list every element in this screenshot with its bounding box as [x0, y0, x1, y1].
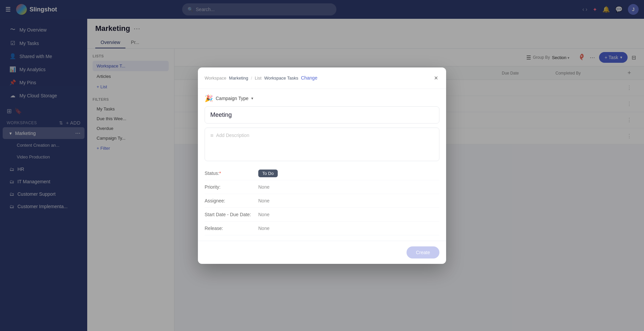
- modal-fields: Status:* To Do Priority: None Assignee: …: [205, 167, 439, 235]
- campaign-emoji-icon: 🎉: [205, 94, 213, 102]
- change-list-button[interactable]: Change: [301, 75, 317, 81]
- field-row-release: Release: None: [205, 222, 439, 235]
- field-row-status: Status:* To Do: [205, 167, 439, 180]
- required-indicator: *: [219, 171, 221, 176]
- create-button[interactable]: Create: [407, 246, 439, 258]
- status-badge[interactable]: To Do: [258, 170, 278, 177]
- field-row-dates: Start Date - Due Date: None: [205, 208, 439, 222]
- breadcrumb-list-label: List: [255, 76, 262, 81]
- field-label-assignee: Assignee:: [205, 198, 258, 203]
- field-value-dates[interactable]: None: [258, 212, 269, 217]
- modal-body: 🎉 Campaign Type ▾ ≡ Add Description Stat…: [198, 89, 446, 241]
- field-label-release: Release:: [205, 226, 258, 231]
- field-value-release[interactable]: None: [258, 226, 269, 231]
- breadcrumb-workspace-name: Marketing: [229, 76, 248, 81]
- description-icon: ≡: [210, 133, 213, 139]
- task-name-input[interactable]: [205, 106, 439, 124]
- field-row-assignee: Assignee: None: [205, 194, 439, 208]
- modal-header: Workspace Marketing / List Workspace Tas…: [198, 67, 446, 89]
- modal-overlay[interactable]: Workspace Marketing / List Workspace Tas…: [0, 0, 644, 331]
- breadcrumb-list-name: Workspace Tasks: [264, 76, 298, 81]
- campaign-dropdown-icon: ▾: [251, 96, 253, 101]
- description-placeholder: Add Description: [216, 133, 249, 138]
- breadcrumb-separator: /: [251, 76, 252, 81]
- field-label-status: Status:*: [205, 171, 258, 176]
- campaign-type-selector[interactable]: 🎉 Campaign Type ▾: [205, 94, 439, 102]
- field-value-status[interactable]: To Do: [258, 171, 278, 176]
- breadcrumb-workspace-label: Workspace: [205, 76, 226, 81]
- field-value-priority[interactable]: None: [258, 184, 269, 190]
- modal-close-button[interactable]: ×: [433, 73, 439, 83]
- field-label-dates: Start Date - Due Date:: [205, 212, 258, 217]
- field-label-priority: Priority:: [205, 184, 258, 190]
- modal-footer: Create: [198, 241, 446, 264]
- description-area[interactable]: ≡ Add Description: [205, 128, 439, 161]
- modal-breadcrumb: Workspace Marketing / List Workspace Tas…: [205, 75, 317, 81]
- campaign-type-label: Campaign Type: [216, 96, 249, 101]
- field-value-assignee[interactable]: None: [258, 198, 269, 203]
- field-row-priority: Priority: None: [205, 180, 439, 194]
- create-task-modal: Workspace Marketing / List Workspace Tas…: [198, 67, 446, 264]
